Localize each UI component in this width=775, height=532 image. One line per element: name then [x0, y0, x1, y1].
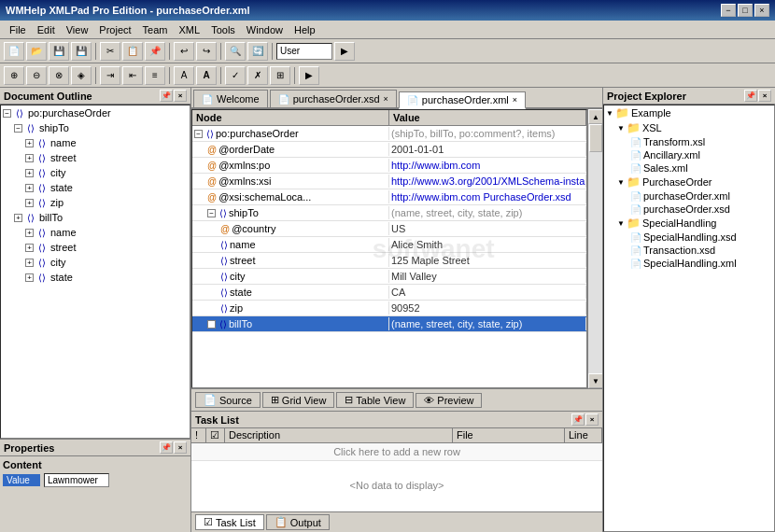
tb2-btn1[interactable]: ⊕ [4, 66, 24, 85]
paste-button[interactable]: 📌 [145, 42, 165, 61]
task-add-row[interactable]: Click here to add a new row [191, 443, 602, 461]
project-file-Transaction.xsd[interactable]: 📄Transaction.xsd [604, 244, 774, 257]
outdent-btn[interactable]: ⇤ [122, 66, 143, 85]
tree-row-9[interactable]: ⟨⟩ city Mill Valley [192, 269, 586, 285]
menu-item-file[interactable]: File [4, 22, 32, 37]
doc-outline-close[interactable]: × [174, 90, 187, 102]
close-button[interactable]: × [754, 4, 769, 17]
scroll-track[interactable] [588, 124, 602, 373]
minimize-button[interactable]: − [721, 4, 736, 17]
project-file-purchaseOrder.xsd[interactable]: 📄purchaseOrder.xsd [604, 203, 774, 216]
scroll-down[interactable]: ▼ [588, 373, 602, 388]
tab-purchaseOrder-xml[interactable]: 📄purchaseOrder.xml× [399, 91, 526, 109]
project-file-Ancillary.xml[interactable]: 📄Ancillary.xml [604, 148, 774, 161]
outline-item-state[interactable]: +⟨⟩state [1, 180, 190, 195]
wellform-btn[interactable]: ✗ [247, 66, 268, 85]
tree-row-11[interactable]: ⟨⟩ zip 90952 [192, 301, 586, 316]
outline-item-zip[interactable]: +⟨⟩zip [1, 195, 190, 210]
outline-item-city[interactable]: +⟨⟩city [1, 255, 190, 270]
outline-item-name[interactable]: +⟨⟩name [1, 135, 190, 150]
find-button[interactable]: 🔍 [225, 42, 246, 61]
save-all-button[interactable]: 💾 [71, 42, 92, 61]
menu-item-edit[interactable]: Edit [32, 22, 61, 37]
scrollbar-vertical[interactable]: ▲ ▼ [587, 109, 602, 388]
menu-item-view[interactable]: View [61, 22, 94, 37]
project-file-purchaseOrder.xml[interactable]: 📄purchaseOrder.xml [604, 189, 774, 203]
outline-item-state[interactable]: +⟨⟩state [1, 270, 190, 285]
project-file-SpecialHandling.xml[interactable]: 📄SpecialHandling.xml [604, 257, 774, 270]
tb2-btn4[interactable]: ◈ [71, 66, 92, 85]
cut-button[interactable]: ✂ [100, 42, 120, 61]
font-btn[interactable]: A [174, 66, 194, 85]
project-folder-XSL[interactable]: ▼📁XSL [604, 120, 774, 135]
indent-btn[interactable]: ⇥ [100, 66, 120, 85]
tree-row-0[interactable]: −⟨⟩ po:purchaseOrder (shipTo, billTo, po… [192, 126, 586, 142]
task-close[interactable]: × [585, 413, 599, 426]
project-file-Transform.xsl[interactable]: 📄Transform.xsl [604, 135, 774, 148]
tree-row-12[interactable]: +⟨⟩ billTo (name, street, city, state, z… [192, 316, 586, 332]
tree-row-7[interactable]: ⟨⟩ name Alice Smith [192, 237, 586, 253]
bottom-tab-grid-view[interactable]: ⊞Grid View [262, 392, 334, 408]
task-bottom-tab-task-list[interactable]: ☑Task List [195, 514, 264, 530]
tab-close-2[interactable]: × [513, 95, 517, 105]
schema-btn[interactable]: ⊞ [270, 66, 290, 85]
menu-item-tools[interactable]: Tools [205, 22, 241, 37]
maximize-button[interactable]: □ [738, 4, 753, 17]
task-bottom-tab-output[interactable]: 📋Output [266, 514, 330, 530]
bottom-tab-table-view[interactable]: ⊟Table View [336, 392, 414, 408]
redo-button[interactable]: ↪ [196, 42, 217, 61]
outline-item-city[interactable]: +⟨⟩city [1, 165, 190, 180]
save-button[interactable]: 💾 [49, 42, 69, 61]
outline-item-name[interactable]: +⟨⟩name [1, 225, 190, 240]
menu-item-xml[interactable]: XML [174, 22, 206, 37]
task-pin[interactable]: 📌 [571, 413, 585, 426]
outline-item-shipTo[interactable]: −⟨⟩shipTo [1, 120, 190, 135]
bottom-tab-source[interactable]: 📄Source [195, 392, 261, 408]
validate-btn[interactable]: ✓ [225, 66, 246, 85]
scroll-thumb[interactable] [589, 124, 602, 152]
tree-row-2[interactable]: @ @xmlns:po http://www.ibm.com [192, 158, 586, 174]
bottom-tab-preview[interactable]: 👁Preview [416, 393, 482, 408]
copy-button[interactable]: 📋 [122, 42, 143, 61]
run-btn[interactable]: ▶ [299, 66, 319, 85]
replace-button[interactable]: 🔄 [247, 42, 268, 61]
go-button[interactable]: ▶ [334, 42, 355, 61]
menu-item-project[interactable]: Project [93, 22, 136, 37]
bold-btn[interactable]: A [196, 66, 217, 85]
project-close[interactable]: × [758, 90, 771, 102]
project-folder-SpecialHandling[interactable]: ▼📁SpecialHandling [604, 216, 774, 231]
outline-item-street[interactable]: +⟨⟩street [1, 150, 190, 165]
format-btn[interactable]: ≡ [145, 66, 165, 85]
project-pin[interactable]: 📌 [744, 90, 757, 102]
props-close[interactable]: × [174, 441, 187, 454]
tree-row-3[interactable]: @ @xmlns:xsi http://www.w3.org/2001/XMLS… [192, 174, 586, 189]
props-pin[interactable]: 📌 [160, 441, 173, 454]
new-button[interactable]: 📄 [4, 42, 24, 61]
tab-purchaseOrder-xsd[interactable]: 📄purchaseOrder.xsd× [270, 90, 397, 107]
menu-item-help[interactable]: Help [289, 22, 321, 37]
outline-item-po:purchaseOrder[interactable]: −⟨⟩po:purchaseOrder [1, 105, 190, 120]
tab-close-1[interactable]: × [384, 94, 388, 104]
menu-item-window[interactable]: Window [241, 22, 289, 37]
tree-row-10[interactable]: ⟨⟩ state CA [192, 285, 586, 301]
doc-outline-pin[interactable]: 📌 [160, 90, 173, 102]
tb2-btn3[interactable]: ⊗ [49, 66, 69, 85]
menu-item-team[interactable]: Team [137, 22, 174, 37]
outline-item-street[interactable]: +⟨⟩street [1, 240, 190, 255]
tree-row-6[interactable]: @ @country US [192, 221, 586, 237]
project-file-Sales.xml[interactable]: 📄Sales.xml [604, 161, 774, 175]
tb2-btn2[interactable]: ⊖ [26, 66, 47, 85]
open-button[interactable]: 📂 [26, 42, 47, 61]
tab-Welcome[interactable]: 📄Welcome [193, 90, 268, 107]
project-folder-PurchaseOrder[interactable]: ▼📁PurchaseOrder [604, 175, 774, 189]
tree-row-8[interactable]: ⟨⟩ street 125 Maple Street [192, 253, 586, 269]
tree-row-1[interactable]: @ @orderDate 2001-01-01 [192, 142, 586, 158]
tree-row-4[interactable]: @ @xsi:schemaLoca... http://www.ibm.com … [192, 189, 586, 205]
project-file-SpecialHandling.xsd[interactable]: 📄SpecialHandling.xsd [604, 231, 774, 244]
tree-row-5[interactable]: −⟨⟩ shipTo (name, street, city, state, z… [192, 205, 586, 221]
project-root-Example[interactable]: ▼📁Example [604, 105, 774, 120]
undo-button[interactable]: ↩ [174, 42, 194, 61]
scroll-up[interactable]: ▲ [588, 109, 602, 124]
user-dropdown[interactable] [276, 43, 332, 60]
outline-item-billTo[interactable]: +⟨⟩billTo [1, 210, 190, 225]
